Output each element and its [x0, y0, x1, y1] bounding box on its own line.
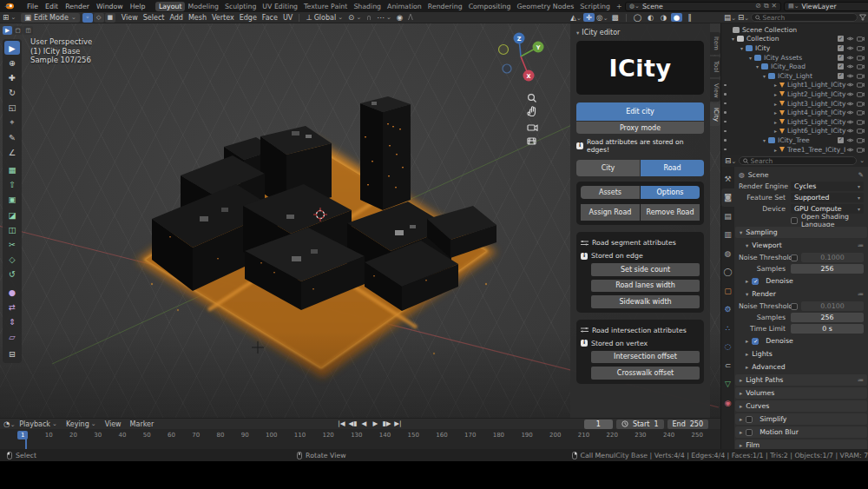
outliner-search[interactable] — [751, 13, 858, 22]
outliner-row[interactable]: ICity — [721, 43, 868, 53]
menu-file[interactable]: File — [23, 3, 42, 10]
tool-button[interactable]: ● — [4, 285, 20, 299]
current-frame-field[interactable]: 1 — [584, 420, 613, 429]
hide-eye-icon[interactable] — [846, 91, 854, 97]
expand-arrow-icon[interactable] — [729, 36, 737, 42]
exclude-checkbox[interactable] — [838, 73, 844, 79]
preset-icon[interactable]: ≔ — [858, 291, 863, 298]
workspace-tab[interactable]: Modeling — [185, 2, 221, 11]
disable-render-camera-icon[interactable] — [857, 109, 865, 116]
play-reverse-button[interactable]: ◀ — [359, 420, 369, 427]
disable-render-camera-icon[interactable] — [857, 45, 865, 51]
exclude-checkbox[interactable] — [838, 55, 844, 61]
properties-tab[interactable]: ∴ — [721, 319, 734, 338]
properties-search[interactable] — [739, 156, 857, 165]
section-render[interactable]: Render ≔ — [735, 288, 867, 300]
expand-arrow-icon[interactable] — [772, 128, 779, 134]
pause-render-icon[interactable]: ‖ — [684, 13, 695, 22]
visibility-icon[interactable]: ◭⌄ — [570, 13, 582, 22]
tool-button[interactable]: ✚ — [4, 70, 20, 84]
properties-tab[interactable]: ▢ — [721, 281, 734, 301]
tab-road[interactable]: Road — [641, 160, 704, 176]
disable-render-camera-icon[interactable] — [857, 82, 865, 88]
disable-render-camera-icon[interactable] — [857, 55, 865, 61]
snap-target-icon[interactable]: ⋯⌄ — [374, 13, 393, 22]
menu-window[interactable]: Window — [93, 3, 127, 10]
outliner-row[interactable]: Tree1_Tree_ICity_I — [721, 145, 868, 155]
unlink-icon[interactable]: ⊘ — [755, 2, 761, 10]
disable-render-camera-icon[interactable] — [857, 119, 865, 125]
hide-eye-icon[interactable] — [846, 55, 854, 61]
workspace-tab[interactable]: Layout — [155, 2, 185, 11]
tool-button[interactable]: ▱ — [4, 330, 20, 344]
expand-arrow-icon[interactable] — [772, 109, 779, 116]
hide-eye-icon[interactable] — [846, 36, 854, 42]
workspace-tab[interactable]: UV Editing — [260, 2, 301, 11]
tool-button[interactable]: ◫ — [4, 222, 20, 236]
properties-tab[interactable]: ◉ — [721, 393, 734, 413]
start-frame-field[interactable]: 1 — [654, 420, 658, 429]
properties-tab[interactable]: ⊂ — [721, 356, 734, 375]
jump-to-start-button[interactable]: |◀ — [337, 420, 346, 427]
scene-selector[interactable]: ◍⌄ Scene ⊘⧉✕ — [625, 2, 781, 11]
properties-tab[interactable]: ◍ — [721, 244, 734, 263]
expand-arrow-icon[interactable] — [746, 55, 754, 61]
menu-help[interactable]: Help — [127, 3, 149, 10]
menu-select[interactable]: Select — [141, 14, 168, 22]
menu-keying[interactable]: Keying⌄ — [62, 420, 101, 428]
intersection-attr-button[interactable]: Intersection offset — [591, 351, 700, 364]
remove-road-button[interactable]: Remove Road — [641, 204, 700, 221]
osl-checkbox[interactable] — [791, 217, 798, 224]
workspace-tab[interactable]: Shading — [351, 2, 385, 11]
navigation-gizmo[interactable]: Z Y X — [499, 33, 544, 82]
motion-blur-checkbox[interactable] — [746, 429, 753, 436]
delete-scene-icon[interactable]: ✕ — [771, 2, 777, 10]
outliner-row[interactable]: ICity_Road — [721, 62, 868, 71]
expand-arrow-icon[interactable] — [738, 45, 746, 51]
preset-icon[interactable]: ≔ — [858, 377, 863, 384]
assign-road-button[interactable]: Assign Road — [581, 204, 640, 221]
properties-tab[interactable]: ▽ — [721, 375, 734, 394]
tool-button[interactable]: ⊕ — [4, 56, 20, 69]
edge-select-icon[interactable]: ◇ — [94, 13, 104, 23]
expand-arrow-icon[interactable] — [760, 73, 768, 79]
workspace-tab[interactable]: Sculpting — [221, 2, 259, 11]
tool-button[interactable]: ⇧ — [4, 178, 20, 192]
menu-uv[interactable]: UV — [280, 14, 295, 22]
expand-arrow-icon[interactable] — [772, 101, 779, 107]
outliner-row[interactable]: Scene Collection — [721, 25, 868, 35]
menu-marker[interactable]: Marker — [126, 420, 159, 428]
mode-selector[interactable]: ▣ Edit Mode ⌄ — [21, 13, 80, 23]
outliner-row[interactable]: ICity_Tree — [721, 135, 868, 145]
filter-funnel-icon[interactable] — [859, 14, 866, 21]
menu-add[interactable]: Add — [167, 14, 186, 22]
hide-eye-icon[interactable] — [846, 101, 854, 107]
expand-arrow-icon[interactable] — [760, 137, 768, 143]
npanel-tab[interactable]: Item — [710, 32, 720, 55]
render-engine-select[interactable]: Cycles▾ — [791, 182, 864, 191]
outliner-row[interactable]: Light6_Light_ICity — [721, 127, 868, 136]
snap-magnet-icon[interactable]: ∩ — [364, 13, 374, 22]
properties-tab[interactable]: ◙ — [721, 188, 734, 208]
expand-arrow-icon[interactable] — [772, 147, 779, 153]
face-select-icon[interactable]: ■ — [105, 13, 115, 23]
3d-viewport[interactable]: Z Y X ▶ ▢ ◫ ▶ — [0, 23, 720, 418]
tool-button[interactable]: ⇄ — [4, 300, 20, 314]
expand-arrow-icon[interactable] — [753, 63, 761, 69]
play-button[interactable]: ▶ — [371, 420, 380, 427]
tool-button[interactable]: ⌖ — [4, 116, 20, 129]
tool-button[interactable]: ◇ — [4, 253, 20, 267]
disable-render-camera-icon[interactable] — [857, 73, 865, 79]
section-curves[interactable]: Curves — [735, 400, 867, 412]
hide-eye-icon[interactable] — [846, 45, 854, 51]
vertex-select-icon[interactable]: ◦ — [82, 13, 93, 23]
tool-button[interactable]: ▶ — [4, 41, 20, 55]
section-light-paths[interactable]: Light Paths ≔ — [735, 374, 867, 386]
exclude-checkbox[interactable] — [838, 63, 844, 69]
expand-arrow-icon[interactable] — [772, 91, 779, 97]
expand-arrow-icon[interactable] — [772, 119, 779, 125]
section-viewport[interactable]: Viewport ≔ — [735, 240, 867, 251]
disable-render-camera-icon[interactable] — [857, 63, 865, 69]
menu-render[interactable]: Render — [62, 3, 93, 10]
tool-button[interactable]: ✂ — [4, 237, 20, 251]
